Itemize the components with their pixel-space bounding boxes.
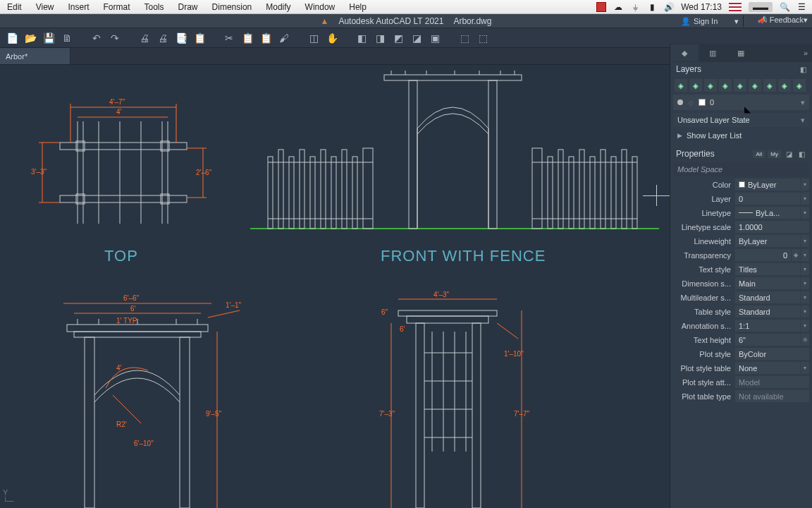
val-transp[interactable]: 0 [735,249,791,261]
preview-button[interactable]: 🖨 [155,30,171,46]
saveas-button[interactable]: 🗎 [59,30,75,46]
pan-button[interactable]: ✋ [324,30,340,46]
layer-tool-4[interactable]: ◈ [719,79,732,92]
user-name[interactable]: ▬▬ [749,2,773,12]
current-layer-name: 0 [710,98,714,107]
tool7-button[interactable]: ⬚ [475,30,491,46]
current-layer-dropdown[interactable]: ☼ 0 ▾ [673,95,809,110]
dd-lweight[interactable]: ▾ [801,235,809,247]
val-lweight[interactable]: ByLayer [735,235,800,247]
val-layer[interactable]: 0 [735,193,800,205]
dd-color[interactable]: ▾ [801,179,809,190]
menu-dimension[interactable]: Dimension [205,2,259,12]
dd-mleader[interactable]: ▾ [801,291,809,303]
tool6-button[interactable]: ⬚ [457,30,472,46]
panel-tab-2[interactable]: ▥ [699,44,727,61]
menu-help[interactable]: Help [342,2,374,12]
dd-layer[interactable]: ▾ [801,193,809,205]
panel-tab-layers[interactable]: ◆ [670,44,699,61]
new-button[interactable]: 📄 [4,30,20,46]
plot-button[interactable]: 🖨 [137,30,152,46]
dd-ltype[interactable]: ▾ [801,207,809,219]
menu-tools[interactable]: Tools [137,2,171,12]
panel-tabs-more[interactable]: » [799,49,812,57]
menu-view[interactable]: View [29,2,61,12]
block-button[interactable]: ◫ [306,30,321,46]
filter-my[interactable]: My [768,150,781,158]
dd-txtstyle[interactable]: ▾ [801,263,809,275]
wifi-icon[interactable]: ⏚ [630,2,640,12]
battery-icon[interactable]: ▮ [647,2,657,12]
feedback-button[interactable]: 📣 Feedback▾ [758,16,808,25]
sheet-button[interactable]: 📋 [192,30,207,46]
tool4-button[interactable]: ◪ [409,30,424,46]
flag-icon[interactable] [729,3,742,11]
menu-window[interactable]: Window [298,2,343,12]
prop-icon-2[interactable]: ◧ [796,149,806,159]
show-layer-list[interactable]: ▶ Show Layer List [673,128,809,143]
dd-dimstyle[interactable]: ▾ [801,277,809,289]
menu-insert[interactable]: Insert [61,2,96,12]
val-ltype[interactable]: ByLa... [735,207,800,219]
dd-transp[interactable]: ▾ [801,249,809,261]
publish-button[interactable]: 📑 [173,30,189,46]
val-mleader[interactable]: Standard [735,291,800,303]
layer-tool-2[interactable]: ◈ [689,79,702,92]
tool1-button[interactable]: ◧ [354,30,369,46]
val-txtstyle[interactable]: Titles [735,263,800,275]
cut-button[interactable]: ✂ [221,30,237,46]
val-annoscale[interactable]: 1:1 [735,320,800,332]
paste-button[interactable]: 📋 [258,30,273,46]
layer-tool-9[interactable]: ◈ [793,79,806,92]
layer-tool-5[interactable]: ◈ [734,79,746,92]
undo-button[interactable]: ↶ [89,30,104,46]
menu-draw[interactable]: Draw [171,2,205,12]
dd-tblstyle[interactable]: ▾ [801,306,809,318]
prop-icon-1[interactable]: ◪ [784,149,794,159]
svg-rect-44 [579,150,584,229]
tool2-button[interactable]: ◨ [372,30,388,46]
menu-edit[interactable]: Edit [0,2,29,12]
cloud-icon[interactable]: ☁ [613,2,623,12]
search-icon[interactable]: 🔍 [780,2,789,12]
match-button[interactable]: 🖌 [276,30,292,46]
svg-text:1'–1": 1'–1" [226,301,242,309]
val-plottable[interactable]: None [735,362,800,374]
txtheight-extra[interactable]: ⊕ [801,334,809,346]
layer-tool-3[interactable]: ◈ [704,79,717,92]
copy-button[interactable]: 📋 [240,30,255,46]
status-record-icon[interactable] [596,2,606,12]
tool3-button[interactable]: ◩ [390,30,406,46]
filter-all[interactable]: All [753,150,765,158]
volume-icon[interactable]: 🔊 [664,2,674,12]
dd-plottable[interactable]: ▾ [801,362,809,374]
drawing-canvas[interactable]: 4'–7" 4' 3'–3" 2'–6" TOP [0,65,670,508]
layer-tool-6[interactable]: ◈ [749,79,761,92]
menu-modify[interactable]: Modify [259,2,297,12]
save-button[interactable]: 💾 [41,30,56,46]
layer-tool-7[interactable]: ◈ [763,79,776,92]
open-button[interactable]: 📂 [23,30,38,46]
menu-format[interactable]: Format [97,2,137,12]
control-center-icon[interactable]: ☰ [796,2,806,12]
layers-menu-icon[interactable]: ◧ [800,66,806,73]
layer-tool-1[interactable]: ◈ [675,79,687,92]
val-plotstyle[interactable]: ByColor [735,348,809,360]
dd-annoscale[interactable]: ▾ [801,320,809,332]
val-color[interactable]: ByLayer [735,179,800,190]
redo-button[interactable]: ↷ [107,30,123,46]
signin-button[interactable]: 👤 Sign In ▾ [677,16,744,27]
transp-extra[interactable]: ◆ [792,249,800,261]
val-ltscale[interactable]: 1.0000 [735,221,809,233]
tool5-button[interactable]: ▣ [427,30,443,46]
val-dimstyle[interactable]: Main [735,277,800,289]
layer-tool-8[interactable]: ◈ [778,79,791,92]
svg-rect-85 [398,310,497,316]
svg-rect-88 [472,323,481,508]
doctab-arbor[interactable]: Arbor* [0,48,70,64]
panel-tab-3[interactable]: ▦ [727,44,755,61]
val-txtheight[interactable]: 6" [735,334,800,346]
property-context[interactable]: Model Space [673,162,809,176]
layer-state-dropdown[interactable]: Unsaved Layer State ▾ [673,113,809,127]
val-tblstyle[interactable]: Standard [735,306,800,318]
